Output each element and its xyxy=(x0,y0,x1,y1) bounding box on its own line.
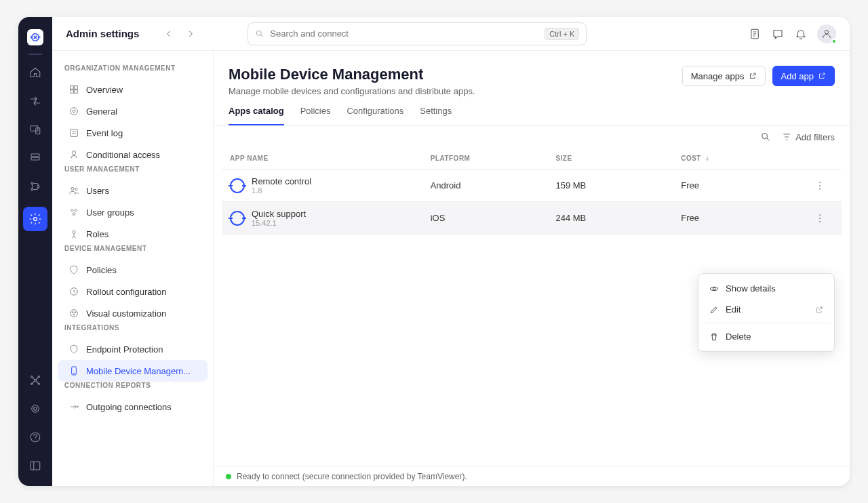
th-size[interactable]: SIZE xyxy=(555,155,681,162)
nav-forward-button[interactable] xyxy=(181,24,200,43)
search-bar[interactable]: Ctrl + K xyxy=(248,22,587,45)
th-platform[interactable]: PLATFORM xyxy=(431,155,556,162)
add-app-button[interactable]: Add app xyxy=(772,66,835,86)
table-row[interactable]: Remote control1.8 Android 159 MB Free xyxy=(222,169,842,202)
sidebar-item-label: Policies xyxy=(86,265,117,275)
rail-plugin-icon[interactable] xyxy=(27,372,43,388)
sidebar-item-label: Roles xyxy=(86,229,108,239)
sidebar-item-overview[interactable]: Overview xyxy=(58,79,208,100)
rail-connect-icon[interactable] xyxy=(27,93,43,109)
row-actions-button[interactable] xyxy=(806,213,833,224)
tab-policies[interactable]: Policies xyxy=(300,106,331,125)
sidebar-item-label: Users xyxy=(86,186,109,196)
sidebar-item-outgoing[interactable]: Outgoing connections xyxy=(58,396,208,418)
sb-head-device: DEVICE MANAGEMENT xyxy=(64,245,201,252)
rail-prefs-icon[interactable] xyxy=(27,401,43,417)
sb-head-reports: CONNECTION REPORTS xyxy=(64,382,201,389)
table-row[interactable]: Quick support15.42.1 iOS 244 MB Free xyxy=(222,202,842,235)
table-search-icon[interactable] xyxy=(760,132,771,142)
cost-cell: Free xyxy=(681,213,806,223)
svg-rect-3 xyxy=(31,154,39,157)
menu-item-delete[interactable]: Delete xyxy=(703,326,830,347)
table-header-row: APP NAME PLATFORM SIZE COST xyxy=(222,148,842,169)
rail-devices-icon[interactable] xyxy=(27,121,43,138)
sb-head-user: USER MANAGEMENT xyxy=(64,165,201,173)
add-filters-button[interactable]: Add filters xyxy=(782,132,835,142)
sidebar-item-label: User groups xyxy=(86,207,134,218)
app-window: Admin settings Ctrl + K xyxy=(18,17,850,486)
sidebar-item-users[interactable]: Users xyxy=(58,180,208,201)
svg-point-32 xyxy=(73,213,75,215)
status-bar: Ready to connect (secure connection prov… xyxy=(214,466,850,486)
svg-point-49 xyxy=(713,287,715,290)
svg-point-47 xyxy=(819,218,821,219)
svg-point-30 xyxy=(71,209,73,212)
rail-help-icon[interactable] xyxy=(27,429,43,445)
content-area: ORGANIZATION MANAGEMENT Overview General… xyxy=(52,51,850,486)
sidebar-item-rollout[interactable]: Rollout configuration xyxy=(58,281,208,302)
svg-rect-21 xyxy=(75,86,78,89)
tab-settings[interactable]: Settings xyxy=(420,106,452,125)
trash-icon xyxy=(709,332,719,342)
sidebar-item-label: Rollout configuration xyxy=(86,287,167,297)
svg-rect-16 xyxy=(31,462,40,470)
sidebar-item-roles[interactable]: Roles xyxy=(58,223,208,245)
nav-back-button[interactable] xyxy=(159,24,178,43)
sidebar-item-eventlog[interactable]: Event log xyxy=(58,122,208,144)
doc-icon[interactable] xyxy=(748,27,762,41)
menu-item-edit[interactable]: Edit xyxy=(703,299,830,320)
sidebar-item-label: General xyxy=(86,106,117,117)
th-app-name[interactable]: APP NAME xyxy=(230,155,431,162)
cost-cell: Free xyxy=(681,180,806,190)
sidebar-item-label: Overview xyxy=(86,85,123,95)
page-title: Mobile Device Management xyxy=(229,66,475,83)
row-actions-button[interactable] xyxy=(806,180,833,191)
svg-point-14 xyxy=(34,407,37,411)
sidebar-item-policies[interactable]: Policies xyxy=(58,259,208,281)
rail-settings-icon[interactable] xyxy=(23,207,47,231)
bell-icon[interactable] xyxy=(794,27,808,41)
sidebar-item-general[interactable]: General xyxy=(58,100,208,122)
user-avatar[interactable] xyxy=(817,24,836,43)
svg-point-31 xyxy=(75,209,77,212)
sb-head-integrations: INTEGRATIONS xyxy=(64,324,201,331)
svg-point-44 xyxy=(819,185,821,186)
svg-point-8 xyxy=(34,218,37,221)
svg-point-42 xyxy=(762,134,768,139)
menu-item-show-details[interactable]: Show details xyxy=(703,278,830,299)
svg-point-7 xyxy=(37,186,39,188)
menu-sep xyxy=(703,323,830,323)
sidebar-item-endpoint[interactable]: Endpoint Protection xyxy=(58,338,208,360)
sidebar-item-mdm[interactable]: Mobile Device Managem... xyxy=(58,360,208,382)
sidebar-item-visual[interactable]: Visual customization xyxy=(58,302,208,324)
status-text: Ready to connect (secure connection prov… xyxy=(237,472,467,481)
manage-apps-button[interactable]: Manage apps xyxy=(682,66,766,86)
app-name-text: Quick support xyxy=(252,209,306,219)
app-version-text: 1.8 xyxy=(252,186,311,195)
chat-icon[interactable] xyxy=(771,27,785,41)
size-cell: 159 MB xyxy=(555,180,681,190)
search-icon xyxy=(255,29,264,39)
svg-point-38 xyxy=(73,314,75,315)
svg-point-33 xyxy=(73,230,75,233)
tab-configurations[interactable]: Configurations xyxy=(347,106,403,125)
svg-rect-20 xyxy=(71,86,74,89)
sidebar-item-label: Outgoing connections xyxy=(86,402,172,412)
status-dot xyxy=(226,474,231,479)
th-cost[interactable]: COST xyxy=(681,155,806,162)
rail-home-icon[interactable] xyxy=(27,64,43,81)
main-area: Admin settings Ctrl + K xyxy=(52,17,850,486)
svg-rect-4 xyxy=(31,157,39,160)
rail-stack-icon[interactable] xyxy=(27,150,43,166)
rail-workflow-icon[interactable] xyxy=(27,178,43,195)
rail-panel-icon[interactable] xyxy=(27,458,43,474)
page-subtitle: Manage mobile devices and configurations… xyxy=(229,86,475,96)
sidebar-item-conditional[interactable]: Conditional access xyxy=(58,144,208,165)
sidebar-item-usergroups[interactable]: User groups xyxy=(58,201,208,223)
search-input[interactable] xyxy=(270,28,539,39)
filter-icon xyxy=(782,132,791,142)
svg-rect-26 xyxy=(71,129,78,137)
presence-dot xyxy=(831,39,837,44)
tab-apps-catalog[interactable]: Apps catalog xyxy=(229,106,284,125)
platform-cell: Android xyxy=(431,180,556,190)
